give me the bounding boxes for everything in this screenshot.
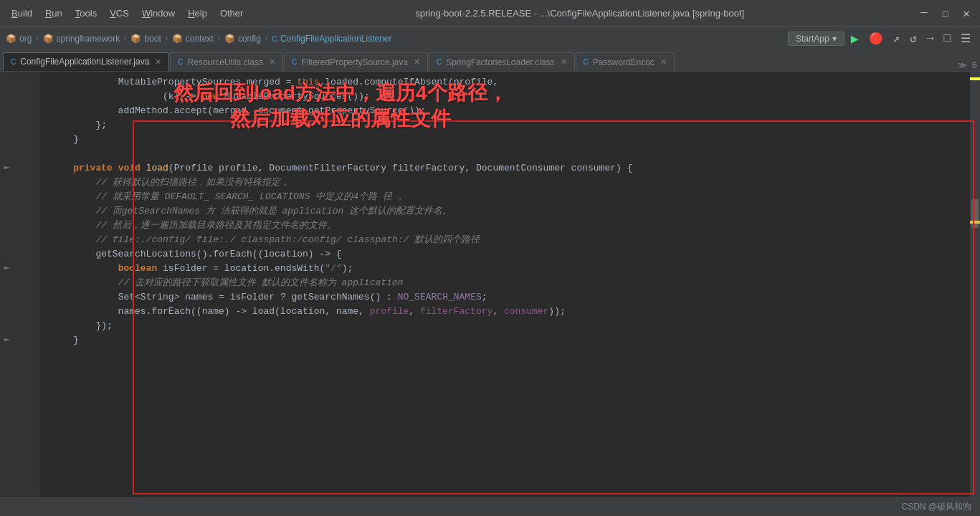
package-icon: 📦 (43, 34, 54, 44)
line-number (0, 232, 39, 247)
dropdown-arrow: ▾ (832, 34, 837, 44)
menu-window[interactable]: Window (136, 5, 181, 22)
line-number (0, 103, 39, 118)
breadcrumb-sep-1: › (34, 34, 39, 44)
code-line: } (39, 333, 980, 347)
code-line: // file:./config/ file:./ classpath:/con… (39, 232, 980, 247)
breadcrumb-sep-3: › (164, 34, 169, 44)
menu-vcs[interactable]: VCS (104, 5, 135, 22)
line-number (0, 161, 39, 175)
tab-password-encoder[interactable]: C PasswordEncoc ✕ (576, 52, 675, 71)
settings-button[interactable]: ☰ (957, 30, 974, 47)
code-line (39, 146, 980, 161)
deploy-button[interactable]: → (923, 31, 938, 47)
package-icon: 📦 (130, 34, 141, 44)
breadcrumb-springframework[interactable]: 📦 springframework (43, 34, 120, 44)
line-number (0, 132, 39, 146)
code-line: addMethod.accept(merged, document.getPro… (39, 103, 980, 118)
code-line: private void load(Profile profile, Docum… (39, 161, 980, 175)
menu-other[interactable]: Other (214, 5, 249, 22)
start-app-button[interactable]: StartApp ▾ (788, 32, 845, 46)
window-title: spring-boot-2.2.5.RELEASE - ...\ConfigFi… (250, 8, 909, 19)
tab-config-file-listener[interactable]: C ConfigFileApplicationListener.java ✕ (3, 52, 169, 71)
line-number (0, 89, 39, 103)
code-line: boolean isFolder = location.endsWith("/"… (39, 261, 980, 275)
code-line: // 去对应的路径下获取属性文件 默认的文件名称为 application (39, 275, 980, 290)
package-icon: 📦 (6, 34, 16, 44)
package-icon: 📦 (224, 34, 235, 44)
tab-label: PasswordEncoc (593, 57, 655, 67)
package-icon: 📦 (172, 34, 183, 44)
coverage-button[interactable]: ↗ (890, 30, 904, 47)
class-icon: C (584, 58, 589, 66)
tabs-bar: C ConfigFileApplicationListener.java ✕ C… (0, 50, 980, 72)
code-line: }; (39, 118, 980, 132)
line-number (0, 146, 39, 161)
editor-container: MutablePropertySources merged = this.loa… (0, 72, 980, 497)
menu-run[interactable]: Run (39, 5, 68, 22)
line-number (0, 189, 39, 204)
close-tab-button[interactable]: ✕ (561, 57, 567, 67)
line-number (0, 290, 39, 304)
line-number (0, 333, 39, 347)
maximize-button[interactable]: ☐ (938, 5, 953, 22)
line-number (0, 318, 39, 333)
menu-build[interactable]: Build (6, 5, 38, 22)
class-icon: C (272, 34, 277, 43)
run-button[interactable]: ▶ (847, 29, 862, 48)
line-number (0, 118, 39, 132)
tab-filtered-property[interactable]: C FilteredPropertySource.java ✕ (284, 52, 428, 71)
vertical-scrollbar[interactable] (970, 72, 980, 497)
line-number (0, 75, 39, 89)
line-number (0, 175, 39, 189)
code-line: // 然后，逐一遍历加载目录路径及其指定文件名的文件。 (39, 218, 980, 232)
close-button[interactable]: ✕ (958, 5, 974, 22)
window-controls: — ☐ ✕ (916, 5, 974, 22)
line-number (0, 247, 39, 261)
close-tab-button[interactable]: ✕ (660, 57, 667, 67)
code-line: }); (39, 318, 980, 333)
breadcrumb-config[interactable]: 📦 config (224, 34, 261, 44)
breadcrumb-class[interactable]: C ConfigFileApplicationListener (272, 34, 391, 44)
status-text: CSDN @硕风和煦 (901, 501, 971, 513)
debug-button[interactable]: 🔴 (865, 30, 887, 47)
close-tab-button[interactable]: ✕ (269, 57, 275, 67)
code-line: Set<String> names = isFolder ? getSearch… (39, 290, 980, 304)
menu-help[interactable]: Help (182, 5, 213, 22)
tab-overflow[interactable]: ≫ 6 (958, 60, 980, 71)
code-line: getSearchLocations().forEach((location) … (39, 247, 980, 261)
breadcrumb-sep-4: › (217, 34, 222, 44)
tab-label: SpringFactoriesLoader.class (446, 57, 554, 67)
java-icon: C (292, 58, 297, 66)
breadcrumb-org[interactable]: 📦 org (6, 34, 32, 44)
profile-button[interactable]: ↺ (906, 30, 920, 47)
breadcrumb-context[interactable]: 📦 context (172, 34, 214, 44)
tab-label: FilteredPropertySource.java (301, 57, 408, 67)
class-icon: C (178, 58, 183, 66)
code-line: MutablePropertySources merged = this.loa… (39, 75, 980, 89)
menu-tools[interactable]: Tools (70, 5, 103, 22)
code-line: names.forEach((name) -> load(location, n… (39, 304, 980, 318)
close-tab-button[interactable]: ✕ (155, 57, 161, 67)
close-tab-button[interactable]: ✕ (414, 57, 420, 67)
code-line: } (39, 132, 980, 146)
tab-label: ResourceUtils.class (188, 57, 263, 67)
status-bar: CSDN @硕风和煦 (0, 497, 980, 516)
code-line: // 而getSearchNames 方 法获得的就是 application … (39, 204, 980, 218)
breadcrumb-boot[interactable]: 📦 boot (130, 34, 161, 44)
terminal-button[interactable]: □ (940, 31, 954, 47)
tab-resource-utils[interactable]: C ResourceUtils.class ✕ (170, 52, 283, 71)
scrollbar-thumb[interactable] (971, 199, 979, 228)
menu-bar: Build Run Tools VCS Window Help Other sp… (0, 0, 980, 27)
run-config-label: StartApp (796, 34, 829, 44)
minimize-button[interactable]: — (916, 5, 932, 22)
code-editor[interactable]: MutablePropertySources merged = this.loa… (39, 72, 980, 497)
breadcrumb-sep-5: › (264, 34, 269, 44)
line-number (0, 304, 39, 318)
line-gutter (0, 72, 39, 497)
code-line: (k) -> new MutablePropertySources()); (39, 89, 980, 103)
tab-spring-factories[interactable]: C SpringFactoriesLoader.class ✕ (429, 52, 575, 71)
line-number (0, 261, 39, 275)
line-number (0, 204, 39, 218)
breadcrumb-actions: StartApp ▾ ▶ 🔴 ↗ ↺ → □ ☰ (788, 29, 974, 48)
